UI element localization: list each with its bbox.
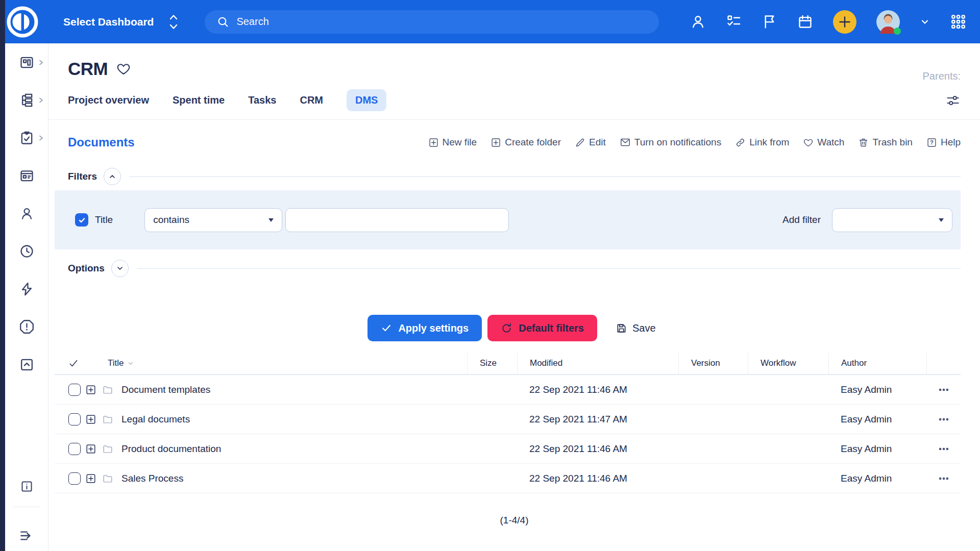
cell-author: Easy Admin — [828, 434, 926, 463]
sidebar-item-quick-actions[interactable] — [5, 270, 48, 308]
add-filter-select[interactable] — [832, 208, 952, 232]
row-actions-ellipsis-icon[interactable] — [938, 414, 949, 425]
chevron-down-icon — [116, 264, 124, 272]
favorite-heart-icon[interactable] — [116, 61, 131, 77]
user-avatar[interactable] — [876, 10, 900, 34]
row-checkbox[interactable] — [68, 413, 81, 425]
profile-icon[interactable] — [690, 14, 706, 30]
dashboard-swap-icon[interactable] — [167, 13, 180, 31]
cell-author: Easy Admin — [828, 375, 926, 404]
expand-plus-icon[interactable] — [85, 384, 96, 395]
edit-button[interactable]: Edit — [575, 137, 606, 148]
tab-dms[interactable]: DMS — [347, 89, 386, 111]
operator-select[interactable]: contains — [144, 208, 282, 232]
folder-icon — [102, 414, 113, 425]
checklist-icon[interactable] — [726, 14, 742, 30]
row-checkbox[interactable] — [68, 443, 81, 455]
chevron-right-icon[interactable] — [38, 97, 44, 104]
folder-icon — [102, 473, 113, 484]
sort-chevron-icon[interactable] — [127, 360, 134, 367]
expand-plus-icon[interactable] — [85, 443, 96, 455]
sidebar-item-dashboard[interactable] — [5, 43, 48, 81]
new-file-button[interactable]: New file — [428, 137, 477, 148]
chevron-up-icon — [108, 172, 116, 181]
pencil-icon — [575, 137, 585, 148]
page-settings-sliders-icon[interactable] — [945, 93, 961, 108]
calendar-icon[interactable] — [797, 14, 813, 30]
turn-on-notifications-label: Turn on notifications — [634, 137, 721, 148]
document-title-link[interactable]: Sales Process — [121, 473, 183, 484]
documents-heading: Documents — [68, 135, 135, 149]
chevron-right-icon[interactable] — [38, 59, 44, 66]
trash-bin-button[interactable]: Trash bin — [858, 137, 913, 148]
row-actions-ellipsis-icon[interactable] — [938, 384, 949, 395]
turn-on-notifications-button[interactable]: Turn on notifications — [620, 137, 721, 148]
sidebar-collapse-button[interactable] — [5, 528, 48, 544]
time-clock-icon — [19, 243, 35, 259]
users-icon — [19, 206, 35, 221]
row-actions-ellipsis-icon[interactable] — [938, 443, 949, 455]
tab-project-overview[interactable]: Project overview — [68, 94, 149, 106]
create-folder-button[interactable]: Create folder — [491, 137, 561, 148]
row-checkbox[interactable] — [68, 384, 81, 396]
sidebar-item-tasks[interactable] — [5, 119, 48, 157]
sidebar-item-upgrade[interactable] — [5, 345, 48, 383]
sidebar-item-alerts[interactable] — [5, 308, 48, 345]
help-button[interactable]: ? Help — [926, 137, 961, 148]
document-title-link[interactable]: Product documentation — [121, 443, 221, 455]
plus-square-icon — [491, 137, 501, 148]
default-filters-label: Default filters — [519, 322, 584, 334]
tab-crm[interactable]: CRM — [300, 94, 323, 106]
filter-value-input[interactable] — [285, 208, 509, 232]
options-expand-button[interactable] — [111, 260, 129, 277]
sidebar-item-modules[interactable] — [5, 157, 48, 194]
select-all-check-icon[interactable] — [68, 358, 79, 368]
plus-icon — [838, 15, 851, 29]
expand-plus-icon[interactable] — [85, 414, 96, 425]
default-filters-button[interactable]: Default filters — [487, 315, 597, 341]
trash-bin-label: Trash bin — [872, 137, 913, 148]
row-checkbox[interactable] — [68, 472, 81, 485]
flag-icon[interactable] — [762, 14, 777, 30]
column-header-workflow[interactable]: Workflow — [748, 353, 828, 374]
column-header-modified[interactable]: Modified — [517, 353, 678, 374]
info-icon — [19, 479, 34, 494]
save-button[interactable]: Save — [610, 315, 661, 341]
document-title-link[interactable]: Document templates — [121, 384, 210, 395]
sidebar-item-info[interactable] — [5, 479, 48, 494]
tab-tasks[interactable]: Tasks — [248, 94, 276, 106]
search-bar[interactable] — [205, 10, 659, 34]
add-button[interactable] — [833, 10, 856, 34]
search-input[interactable] — [236, 16, 624, 28]
sidebar — [5, 43, 48, 551]
select-dashboard-button[interactable]: Select Dashboard — [63, 16, 154, 28]
expand-plus-icon[interactable] — [85, 473, 96, 484]
filters-collapse-button[interactable] — [104, 168, 121, 185]
parents-label: Parents: — [923, 70, 961, 82]
title-filter-checkbox[interactable] — [75, 213, 88, 227]
column-header-size[interactable]: Size — [467, 353, 517, 374]
sidebar-item-project-tree[interactable] — [5, 81, 48, 119]
column-header-author[interactable]: Author — [828, 353, 926, 374]
cell-size — [467, 434, 517, 463]
svg-text:?: ? — [930, 139, 934, 145]
link-icon — [735, 137, 746, 148]
cell-size — [467, 375, 517, 404]
watch-button[interactable]: Watch — [803, 137, 844, 148]
link-from-button[interactable]: Link from — [735, 137, 789, 148]
row-actions-ellipsis-icon[interactable] — [938, 473, 949, 484]
app-logo[interactable] — [0, 6, 45, 38]
topbar: Select Dashboard — [0, 0, 980, 43]
column-header-version[interactable]: Version — [678, 353, 748, 374]
column-header-title[interactable]: Title — [108, 358, 124, 368]
apply-settings-button[interactable]: Apply settings — [368, 315, 482, 341]
apps-grid-icon[interactable] — [950, 13, 967, 30]
filters-divider-line — [129, 177, 961, 177]
chevron-down-icon[interactable] — [920, 17, 930, 27]
sidebar-item-users[interactable] — [5, 194, 48, 232]
tab-spent-time[interactable]: Spent time — [173, 94, 225, 106]
trash-icon — [858, 137, 869, 148]
chevron-right-icon[interactable] — [38, 135, 44, 141]
sidebar-item-time[interactable] — [5, 232, 48, 270]
document-title-link[interactable]: Legal documets — [121, 414, 190, 425]
